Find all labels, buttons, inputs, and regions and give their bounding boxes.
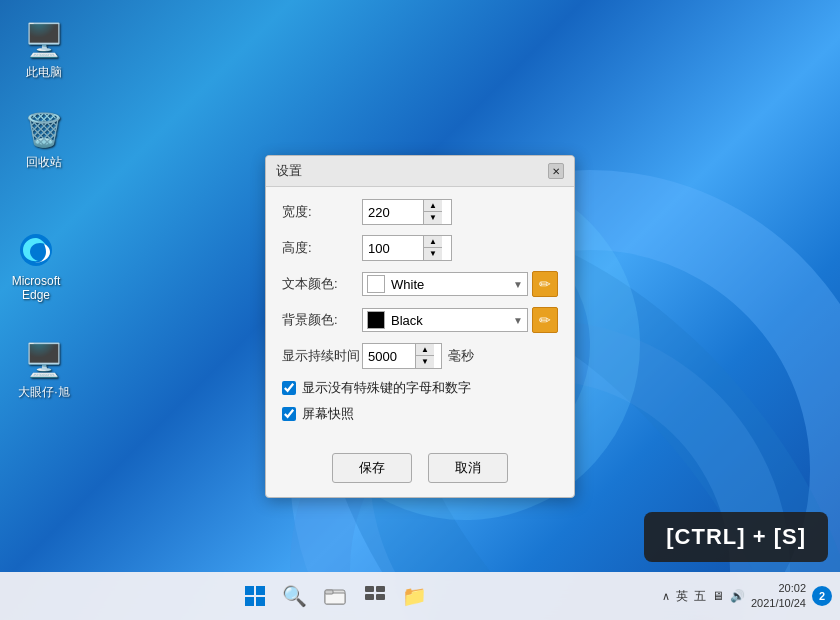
bg-color-control: Black White Red Blue ▼ ✏: [362, 307, 558, 333]
dialog-titlebar: 设置 ✕: [266, 156, 574, 187]
desktop: 🖥️ 此电脑 🗑️ 回收站 MicrosoftEdge 🖥️ 大眼仔·旭 设置 …: [0, 0, 840, 620]
taskbar-right: ∧ 英 五 🖥 🔊 20:02 2021/10/24 2: [662, 581, 832, 612]
checkbox2-row: 屏幕快照: [282, 405, 558, 423]
app4-label: 大眼仔·旭: [18, 384, 69, 401]
height-spinbox[interactable]: 100 ▲ ▼: [362, 235, 452, 261]
keyboard-shortcut-text: [CTRL] + [S]: [666, 524, 806, 549]
duration-spin-buttons: ▲ ▼: [415, 344, 434, 368]
taskbar-network-icon: 🖥: [712, 589, 724, 603]
duration-label: 显示持续时间: [282, 347, 362, 365]
bg-color-select-wrap: Black White Red Blue ▼: [362, 308, 528, 332]
dialog-footer: 保存 取消: [266, 443, 574, 497]
text-color-label: 文本颜色:: [282, 275, 362, 293]
desktop-icon-recycle-bin[interactable]: 🗑️ 回收站: [14, 110, 74, 171]
dialog-close-button[interactable]: ✕: [548, 163, 564, 179]
text-color-row: 文本颜色: White Black Red Blue ▼ ✏: [282, 271, 558, 297]
text-color-edit-button[interactable]: ✏: [532, 271, 558, 297]
recycle-bin-icon: 🗑️: [24, 110, 64, 150]
duration-unit-label: 毫秒: [448, 347, 474, 365]
checkbox2-label[interactable]: 屏幕快照: [302, 405, 354, 423]
app4-icon: 🖥️: [24, 340, 64, 380]
text-color-control: White Black Red Blue ▼ ✏: [362, 271, 558, 297]
edge-label: MicrosoftEdge: [12, 274, 61, 302]
height-row: 高度: 100 ▲ ▼: [282, 235, 558, 261]
svg-rect-3: [245, 597, 254, 606]
dialog-title: 设置: [276, 162, 302, 180]
start-button[interactable]: [237, 578, 273, 614]
width-decrement-button[interactable]: ▼: [424, 212, 442, 224]
height-increment-button[interactable]: ▲: [424, 236, 442, 248]
duration-decrement-button[interactable]: ▼: [416, 356, 434, 368]
height-label: 高度:: [282, 239, 362, 257]
width-label: 宽度:: [282, 203, 362, 221]
settings-dialog: 设置 ✕ 宽度: 220 ▲ ▼ 高度:: [265, 155, 575, 498]
taskbar-date: 2021/10/24: [751, 596, 806, 611]
checkbox1-label[interactable]: 显示没有特殊键的字母和数字: [302, 379, 471, 397]
dialog-body: 宽度: 220 ▲ ▼ 高度: 100: [266, 187, 574, 443]
checkbox1-row: 显示没有特殊键的字母和数字: [282, 379, 558, 397]
bg-color-label: 背景颜色:: [282, 311, 362, 329]
checkbox2[interactable]: [282, 407, 296, 421]
taskbar-center: 🔍 📁: [8, 578, 662, 614]
text-color-swatch: [367, 275, 385, 293]
my-computer-icon: 🖥️: [24, 20, 64, 60]
text-color-dropdown-arrow: ▼: [509, 279, 527, 290]
taskbar-lang: 英: [676, 588, 688, 605]
taskbar-clock: 20:02: [778, 581, 806, 596]
taskbar-ime: 五: [694, 588, 706, 605]
keyboard-shortcut-overlay: [CTRL] + [S]: [644, 512, 828, 562]
height-input[interactable]: 100: [363, 238, 423, 259]
bg-color-row: 背景颜色: Black White Red Blue ▼ ✏: [282, 307, 558, 333]
cancel-button[interactable]: 取消: [428, 453, 508, 483]
checkbox1[interactable]: [282, 381, 296, 395]
desktop-icon-app4[interactable]: 🖥️ 大眼仔·旭: [14, 340, 74, 401]
width-input[interactable]: 220: [363, 202, 423, 223]
taskbar-time[interactable]: 20:02 2021/10/24: [751, 581, 806, 612]
taskbar-chevron[interactable]: ∧: [662, 590, 670, 603]
text-color-select[interactable]: White Black Red Blue: [389, 274, 509, 295]
taskbar-volume-icon[interactable]: 🔊: [730, 589, 745, 603]
duration-increment-button[interactable]: ▲: [416, 344, 434, 356]
svg-rect-9: [376, 586, 385, 592]
bg-color-select[interactable]: Black White Red Blue: [389, 310, 509, 331]
desktop-icon-my-computer[interactable]: 🖥️ 此电脑: [14, 20, 74, 81]
svg-rect-2: [256, 586, 265, 595]
width-increment-button[interactable]: ▲: [424, 200, 442, 212]
duration-row: 显示持续时间 5000 ▲ ▼ 毫秒: [282, 343, 558, 369]
width-row: 宽度: 220 ▲ ▼: [282, 199, 558, 225]
svg-rect-4: [256, 597, 265, 606]
task-view-button[interactable]: [357, 578, 393, 614]
my-computer-label: 此电脑: [26, 64, 62, 81]
svg-rect-1: [245, 586, 254, 595]
bg-color-swatch: [367, 311, 385, 329]
search-button[interactable]: 🔍: [277, 578, 313, 614]
svg-rect-10: [365, 594, 374, 600]
desktop-icon-edge[interactable]: MicrosoftEdge: [6, 230, 66, 302]
width-spin-buttons: ▲ ▼: [423, 200, 442, 224]
bg-color-edit-button[interactable]: ✏: [532, 307, 558, 333]
width-control: 220 ▲ ▼: [362, 199, 558, 225]
file-explorer-button[interactable]: [317, 578, 353, 614]
bg-color-dropdown-arrow: ▼: [509, 315, 527, 326]
folder-button[interactable]: 📁: [397, 578, 433, 614]
svg-rect-6: [325, 593, 345, 604]
height-spin-buttons: ▲ ▼: [423, 236, 442, 260]
text-color-select-wrap: White Black Red Blue ▼: [362, 272, 528, 296]
svg-rect-8: [365, 586, 374, 592]
duration-input[interactable]: 5000: [363, 346, 415, 367]
save-button[interactable]: 保存: [332, 453, 412, 483]
taskbar: 🔍 📁 ∧ 英: [0, 572, 840, 620]
svg-rect-11: [376, 594, 385, 600]
notification-badge[interactable]: 2: [812, 586, 832, 606]
height-control: 100 ▲ ▼: [362, 235, 558, 261]
duration-spinbox[interactable]: 5000 ▲ ▼: [362, 343, 442, 369]
recycle-bin-label: 回收站: [26, 154, 62, 171]
svg-rect-7: [325, 590, 333, 594]
height-decrement-button[interactable]: ▼: [424, 248, 442, 260]
width-spinbox[interactable]: 220 ▲ ▼: [362, 199, 452, 225]
edge-icon: [16, 230, 56, 270]
